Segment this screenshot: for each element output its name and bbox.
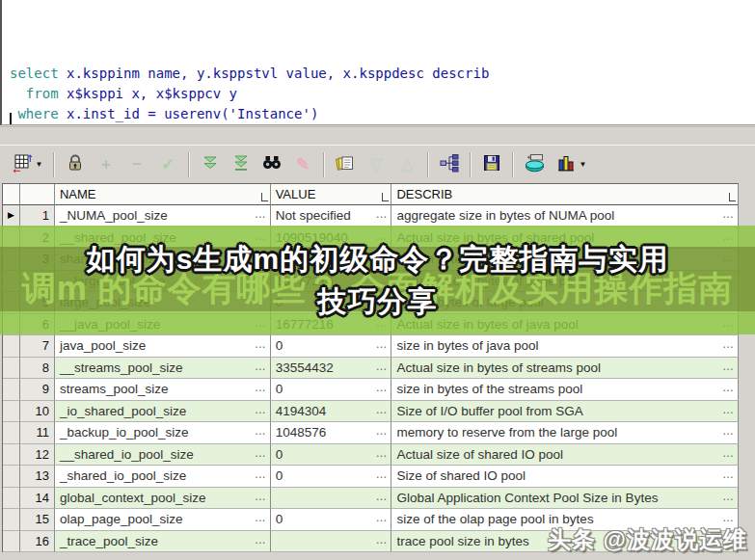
cell-value[interactable]: 1048576…	[271, 422, 392, 444]
row-number-cell[interactable]: 16	[20, 531, 55, 553]
column-header-name[interactable]: NAME	[55, 184, 271, 205]
cell-expand-button[interactable]: …	[722, 360, 735, 373]
row-number-cell[interactable]: 7	[20, 335, 55, 358]
column-resize-grip[interactable]	[382, 193, 389, 201]
table-row[interactable]: 13_shared_io_pool_size…0…Size of shared …	[3, 466, 739, 488]
chart-button[interactable]: ▼	[551, 150, 591, 179]
cell-expand-button[interactable]: …	[255, 360, 267, 373]
cell-name[interactable]: __shared_io_pool_size…	[55, 444, 271, 467]
cell-expand-button[interactable]: …	[722, 381, 735, 394]
row-number-cell[interactable]: 15	[20, 509, 55, 531]
cell-expand-button[interactable]: …	[255, 533, 267, 547]
cell-value[interactable]: 0…	[271, 444, 392, 467]
cell-expand-button[interactable]: …	[375, 360, 388, 373]
cell-expand-button[interactable]: …	[375, 490, 388, 503]
cell-describ[interactable]: Actual size in bytes of streams pool…	[391, 358, 739, 380]
row-number-cell[interactable]: 8	[20, 358, 55, 380]
cell-expand-button[interactable]: …	[375, 446, 388, 460]
row-number-cell[interactable]: 1	[20, 205, 55, 227]
cell-expand-button[interactable]: …	[722, 424, 735, 438]
column-header-value[interactable]: VALUE	[271, 184, 392, 205]
cell-expand-button[interactable]: …	[375, 424, 388, 438]
lock-button[interactable]	[61, 150, 90, 179]
cell-expand-button[interactable]: …	[255, 381, 267, 394]
table-row[interactable]: 9streams_pool_size…0…size in bytes of th…	[3, 379, 739, 401]
row-number-cell[interactable]: 12	[20, 444, 55, 467]
cell-expand-button[interactable]: …	[375, 337, 388, 351]
row-number-cell[interactable]: 9	[20, 379, 55, 401]
row-selector-cell[interactable]	[3, 466, 20, 488]
move-down-button[interactable]: ▽	[362, 150, 391, 179]
export-copy-button[interactable]	[331, 150, 360, 179]
row-selector-cell[interactable]	[3, 335, 20, 358]
cell-expand-button[interactable]: …	[722, 490, 735, 503]
cell-describ[interactable]: memory to reserve from the large pool…	[391, 422, 739, 444]
cell-describ[interactable]: size in bytes of java pool…	[391, 335, 739, 358]
edit-data-button[interactable]: ✎	[288, 150, 317, 179]
cell-expand-button[interactable]: …	[255, 446, 267, 460]
find-button[interactable]	[257, 150, 286, 179]
column-resize-grip[interactable]	[729, 193, 736, 201]
cell-expand-button[interactable]: …	[255, 337, 267, 351]
row-selector-cell[interactable]: ▶	[3, 205, 20, 227]
cell-value[interactable]: 0…	[271, 466, 392, 488]
cell-name[interactable]: _NUMA_pool_size…	[55, 205, 271, 227]
row-selector-cell[interactable]	[3, 422, 20, 444]
post-changes-button[interactable]: ✓	[153, 150, 182, 179]
sql-editor[interactable]: select x.ksppinm name, y.ksppstvl value,…	[0, 0, 755, 125]
table-row[interactable]: ▶1_NUMA_pool_size…Not specified…aggregat…	[3, 205, 739, 227]
cell-expand-button[interactable]: …	[375, 511, 388, 524]
cell-describ[interactable]: Actual size of shared IO pool…	[391, 444, 739, 467]
cell-name[interactable]: streams_pool_size…	[55, 379, 271, 401]
cell-describ[interactable]: Global Application Context Pool Size in …	[391, 488, 739, 510]
cell-expand-button[interactable]: …	[375, 207, 388, 221]
cell-value[interactable]: 0…	[271, 335, 392, 358]
cell-describ[interactable]: aggregate size in bytes of NUMA pool…	[391, 205, 739, 227]
row-number-cell[interactable]: 13	[20, 466, 55, 488]
cell-value[interactable]: 33554432…	[271, 358, 392, 380]
cell-expand-button[interactable]: …	[722, 467, 735, 481]
cell-expand-button[interactable]: …	[722, 337, 735, 351]
cell-name[interactable]: olap_page_pool_size…	[55, 509, 271, 531]
row-selector-cell[interactable]	[3, 379, 20, 401]
cell-value[interactable]: 0…	[271, 509, 392, 531]
table-row[interactable]: 10_io_shared_pool_size…4194304…Size of I…	[3, 401, 739, 423]
cell-name[interactable]: _io_shared_pool_size…	[55, 401, 271, 423]
table-row[interactable]: 11_backup_io_pool_size…1048576…memory to…	[3, 422, 739, 444]
table-row[interactable]: 12__shared_io_pool_size…0…Actual size of…	[3, 444, 739, 467]
cell-name[interactable]: _trace_pool_size…	[55, 531, 271, 553]
cell-name[interactable]: java_pool_size…	[55, 335, 271, 358]
cell-name[interactable]: _shared_io_pool_size…	[55, 466, 271, 488]
cell-describ[interactable]: size in bytes of the streams pool…	[391, 379, 739, 401]
row-selector-cell[interactable]	[3, 444, 20, 467]
row-number-cell[interactable]: 14	[20, 488, 55, 510]
cell-expand-button[interactable]: …	[722, 403, 735, 416]
row-number-cell[interactable]: 10	[20, 401, 55, 423]
cell-expand-button[interactable]: …	[375, 403, 388, 416]
row-number-cell[interactable]: 11	[20, 422, 55, 444]
fetch-all-button[interactable]	[227, 150, 256, 179]
single-record-view-button[interactable]	[435, 150, 464, 179]
cell-value[interactable]: 0…	[271, 379, 392, 401]
export-database-button[interactable]	[520, 150, 549, 179]
column-resize-grip[interactable]	[261, 193, 268, 201]
grid-options-button[interactable]: ▼	[7, 150, 47, 179]
cell-expand-button[interactable]: …	[375, 467, 388, 481]
cell-expand-button[interactable]: …	[255, 207, 267, 221]
add-record-button[interactable]: +	[92, 150, 121, 179]
row-selector-cell[interactable]	[3, 531, 20, 553]
cell-expand-button[interactable]: …	[255, 511, 267, 524]
cell-expand-button[interactable]: …	[375, 381, 388, 394]
cell-name[interactable]: __streams_pool_size…	[55, 358, 271, 380]
cell-expand-button[interactable]: …	[255, 424, 267, 438]
table-row[interactable]: 8__streams_pool_size…33554432…Actual siz…	[3, 358, 739, 380]
cell-expand-button[interactable]: …	[722, 446, 735, 460]
cell-name[interactable]: global_context_pool_size…	[55, 488, 271, 510]
cell-expand-button[interactable]: …	[722, 207, 735, 221]
row-selector-cell[interactable]	[3, 358, 20, 380]
cell-value[interactable]: …	[271, 488, 392, 510]
cell-expand-button[interactable]: …	[255, 490, 267, 503]
move-up-button[interactable]: △	[392, 150, 421, 179]
save-results-button[interactable]	[477, 150, 506, 179]
row-selector-cell[interactable]	[3, 401, 20, 423]
